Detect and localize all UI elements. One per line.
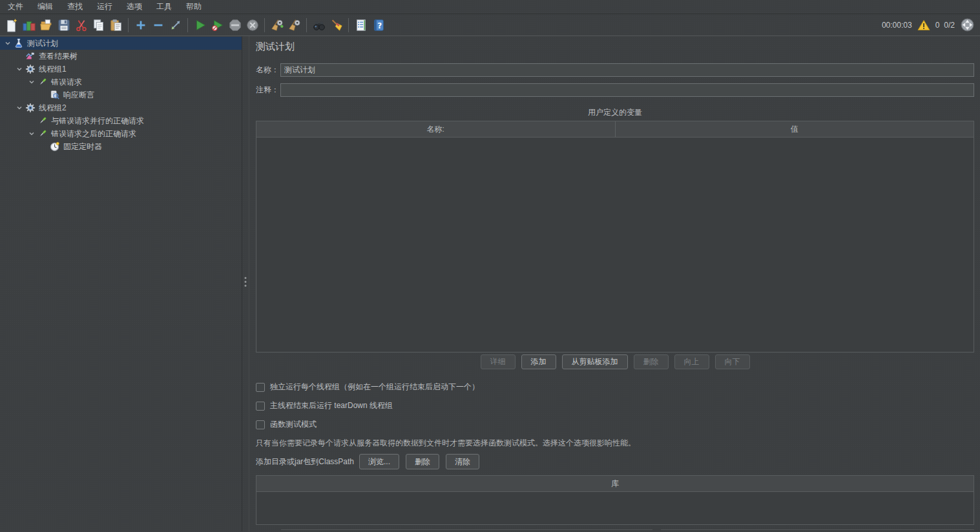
sampler-icon xyxy=(37,115,48,127)
warning-count: 0 xyxy=(935,21,940,30)
column-header-name[interactable]: 名称: xyxy=(256,121,616,137)
clear-all-icon[interactable] xyxy=(286,16,303,34)
variables-table-body[interactable] xyxy=(256,137,974,352)
thread-group-icon xyxy=(25,63,36,75)
library-table-body[interactable] xyxy=(256,491,974,524)
checkbox-label: 独立运行每个线程组（例如在一个组运行结束后启动下一个） xyxy=(270,382,479,393)
option-functional-mode: 函数测试模式 xyxy=(256,420,974,429)
down-button[interactable]: 向下 xyxy=(715,354,750,369)
comments-input[interactable] xyxy=(280,83,974,97)
search-reset-icon[interactable] xyxy=(328,16,345,34)
tree-item-constant-timer[interactable]: 固定定时器 xyxy=(0,140,242,153)
response-assertion-icon xyxy=(49,89,61,101)
browse-button[interactable]: 浏览... xyxy=(359,454,399,469)
log-warning-icon[interactable] xyxy=(917,18,931,32)
open-file-icon[interactable] xyxy=(37,16,55,34)
menu-options[interactable]: 选项 xyxy=(121,0,148,14)
threads-running: 0/2 xyxy=(944,21,955,30)
page-title: 测试计划 xyxy=(256,39,974,54)
tree-item-thread-group-1[interactable]: 线程组1 xyxy=(0,63,242,76)
tree-item-parallel-correct-request[interactable]: 与错误请求并行的正确请求 xyxy=(0,114,242,127)
chevron-down-icon[interactable] xyxy=(26,130,37,137)
tree-item-label: 线程组2 xyxy=(39,103,67,114)
tree-item-response-assertion[interactable]: 响应断言 xyxy=(0,88,242,101)
library-table: 库 xyxy=(256,475,974,525)
cut-icon[interactable] xyxy=(72,16,90,34)
tree-item-thread-group-2[interactable]: 线程组2 xyxy=(0,101,242,114)
option-run-teardown: 主线程结束后运行 tearDown 线程组 xyxy=(256,401,974,411)
name-label: 名称： xyxy=(256,65,280,76)
column-header-value[interactable]: 值 xyxy=(616,121,974,137)
checkbox-label: 函数测试模式 xyxy=(270,419,317,430)
collapse-all-icon[interactable] xyxy=(149,16,167,34)
test-plan-tree: 测试计划 查看结果树 线程组1 错误请求 响应断言 xyxy=(0,36,242,531)
toolbar-separator xyxy=(306,18,307,32)
clear-icon[interactable] xyxy=(268,16,286,34)
clipped-content-edge xyxy=(256,529,974,531)
detail-button[interactable]: 详细 xyxy=(481,354,516,369)
tree-item-label: 测试计划 xyxy=(27,38,58,49)
classpath-clear-button[interactable]: 清除 xyxy=(446,454,479,469)
variables-table-header: 名称: 值 xyxy=(256,121,974,137)
chevron-down-icon[interactable] xyxy=(26,79,37,85)
tree-item-test-plan[interactable]: 测试计划 xyxy=(0,37,242,50)
thread-group-icon xyxy=(25,102,36,114)
toolbar-separator xyxy=(187,18,188,32)
search-icon[interactable] xyxy=(310,16,328,34)
functional-mode-note: 只有当你需要记录每个请求从服务器取得的数据到文件时才需要选择函数测试模式。选择这… xyxy=(256,438,974,447)
templates-icon[interactable] xyxy=(20,16,37,34)
splitter-grip[interactable] xyxy=(245,277,247,287)
run-teardown-checkbox[interactable] xyxy=(256,402,265,411)
tree-item-label: 错误请求之后的正确请求 xyxy=(51,128,136,139)
help-icon[interactable]: ? xyxy=(370,16,387,34)
menu-run[interactable]: 运行 xyxy=(91,0,118,14)
start-no-timers-icon[interactable] xyxy=(209,16,226,34)
up-button[interactable]: 向上 xyxy=(674,354,709,369)
menu-search[interactable]: 查找 xyxy=(61,0,89,14)
add-button[interactable]: 添加 xyxy=(521,354,556,369)
chevron-down-icon[interactable] xyxy=(2,40,13,46)
menu-help[interactable]: 帮助 xyxy=(180,0,207,14)
function-helper-icon[interactable] xyxy=(352,16,370,34)
toolbar-separator xyxy=(128,18,129,32)
paste-icon[interactable] xyxy=(107,16,125,34)
menu-file[interactable]: 文件 xyxy=(2,0,29,14)
delete-button[interactable]: 删除 xyxy=(634,354,669,369)
library-table-header: 库 xyxy=(256,476,974,491)
tree-item-error-request[interactable]: 错误请求 xyxy=(0,76,242,88)
run-groups-consecutively-checkbox[interactable] xyxy=(256,383,265,392)
jmeter-window: 文件 编辑 查找 运行 选项 工具 帮助 xyxy=(0,0,980,532)
status-area: 00:00:03 0 0/2 xyxy=(882,17,975,33)
threads-indicator-icon xyxy=(959,17,975,33)
toolbar-separator xyxy=(264,18,265,32)
name-input[interactable] xyxy=(280,63,974,77)
classpath-delete-button[interactable]: 删除 xyxy=(406,454,439,469)
chevron-down-icon[interactable] xyxy=(14,105,25,111)
add-from-clipboard-button[interactable]: 从剪贴板添加 xyxy=(562,354,628,369)
start-icon[interactable] xyxy=(191,16,209,34)
panel-splitter[interactable] xyxy=(242,36,249,531)
copy-icon[interactable] xyxy=(90,16,107,34)
new-file-icon[interactable] xyxy=(3,16,20,34)
comments-label: 注释： xyxy=(256,85,280,96)
menu-tools[interactable]: 工具 xyxy=(151,0,178,14)
menu-edit[interactable]: 编辑 xyxy=(32,0,59,14)
column-header-library[interactable]: 库 xyxy=(256,476,974,491)
sampler-icon xyxy=(37,128,48,139)
stop-icon[interactable] xyxy=(226,16,244,34)
constant-timer-icon xyxy=(49,141,61,152)
user-defined-variables-table: 名称: 值 xyxy=(256,121,974,353)
menu-bar: 文件 编辑 查找 运行 选项 工具 帮助 xyxy=(0,0,980,14)
toggle-icon[interactable] xyxy=(167,16,184,34)
checkbox-label: 主线程结束后运行 tearDown 线程组 xyxy=(270,400,393,411)
tree-item-after-error-correct-request[interactable]: 错误请求之后的正确请求 xyxy=(0,127,242,140)
shutdown-icon[interactable] xyxy=(244,16,261,34)
toolbar: ? 00:00:03 0 0/2 xyxy=(0,14,980,36)
functional-mode-checkbox[interactable] xyxy=(256,420,265,429)
svg-text:?: ? xyxy=(377,21,382,30)
save-icon[interactable] xyxy=(55,16,72,34)
tree-item-view-results-tree[interactable]: 查看结果树 xyxy=(0,50,242,63)
tree-item-label: 查看结果树 xyxy=(39,51,78,62)
expand-all-icon[interactable] xyxy=(132,16,149,34)
chevron-down-icon[interactable] xyxy=(14,66,25,72)
